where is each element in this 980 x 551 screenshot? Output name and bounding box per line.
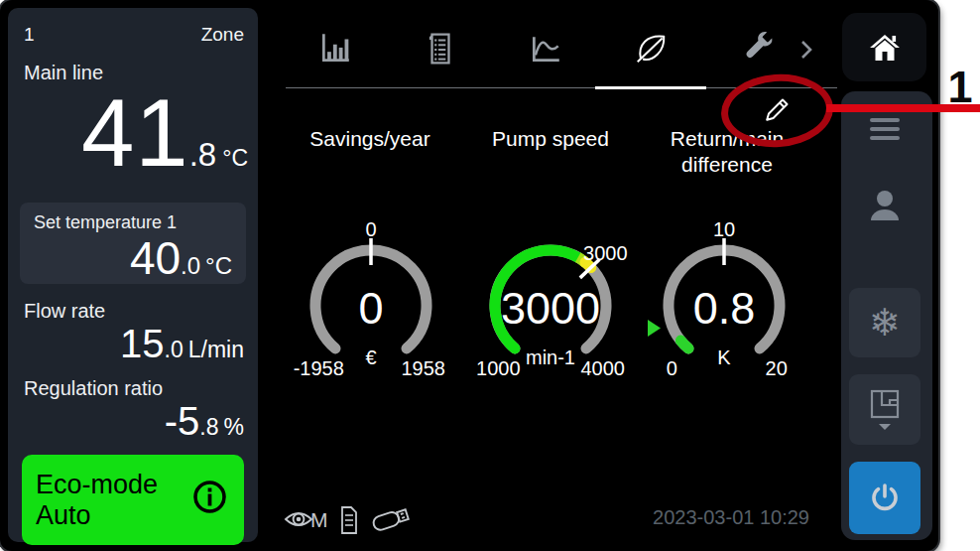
menu-icon-bar [870, 127, 900, 131]
info-icon[interactable] [191, 479, 228, 522]
svg-text:0: 0 [358, 283, 383, 334]
regulation-ratio-unit: % [224, 414, 244, 440]
active-tab-indicator [595, 86, 706, 89]
annotation-label: 1 [940, 62, 980, 113]
svg-text:3000: 3000 [501, 283, 600, 334]
user-button[interactable] [865, 187, 905, 226]
zone-layout-button[interactable] [849, 374, 920, 445]
chevron-down-icon [878, 423, 892, 431]
menu-icon-bar [870, 136, 900, 140]
tab-statistics[interactable] [317, 31, 353, 67]
svg-text:4000: 4000 [580, 357, 625, 379]
tab-report[interactable] [423, 31, 458, 67]
trend-chart-icon [528, 31, 563, 67]
svg-text:10: 10 [713, 218, 735, 240]
power-icon [868, 482, 902, 515]
set-temperature-card[interactable]: Set temperature 1 40.0°C [20, 203, 246, 284]
tabbar-divider [286, 87, 837, 88]
main-line-value-int: 41 [81, 79, 189, 186]
flow-rate-value: 15.0L/min [120, 324, 244, 363]
controller-screen: 1 Zone Main line 41.8°C Set temperature … [0, 0, 938, 551]
pencil-icon [759, 89, 796, 127]
main-line-value: 41.8°C [8, 85, 248, 181]
regulation-ratio-value: -5.8% [165, 401, 244, 441]
report-icon [423, 31, 458, 67]
user-icon [865, 187, 905, 226]
svg-text:3000: 3000 [583, 242, 628, 264]
sidebar: ❄ [841, 91, 932, 540]
menu-button[interactable] [870, 118, 900, 142]
snowflake-icon: ❄ [869, 301, 901, 344]
gauge-return-difference: 100200.8K [640, 218, 808, 392]
chevron-right-icon [797, 38, 815, 62]
zone-layout-icon [869, 388, 901, 420]
datetime: 2023-03-01 10:29 [635, 506, 809, 529]
tab-service[interactable] [741, 31, 777, 67]
svg-text:0: 0 [667, 357, 677, 379]
svg-text:€: € [365, 346, 376, 368]
home-button[interactable] [842, 13, 926, 81]
sd-card-icon [339, 505, 359, 539]
zone-type-label: Zone [201, 24, 244, 46]
menu-icon [870, 118, 900, 122]
gauge-savings: 0-195819580€ [287, 218, 455, 392]
flow-rate-value-int: 15 [120, 322, 165, 365]
svg-text:1000: 1000 [476, 357, 521, 379]
svg-text:min-1: min-1 [526, 346, 575, 368]
tab-trends[interactable] [528, 31, 563, 67]
zone-panel: 1 Zone Main line 41.8°C Set temperature … [8, 8, 258, 542]
zone-number: 1 [24, 24, 35, 46]
zone-header: 1 Zone [24, 24, 244, 46]
svg-text:20: 20 [766, 357, 788, 379]
set-temperature-value: 40.0°C [34, 235, 232, 281]
regulation-ratio-value-dec: .8 [199, 414, 218, 440]
set-temperature-value-int: 40 [130, 232, 181, 284]
svg-text:0: 0 [365, 218, 376, 240]
eco-mode-label: Eco-mode Auto [36, 470, 191, 531]
bar-chart-icon [317, 31, 353, 67]
wrench-icon [741, 31, 777, 67]
flow-rate-value-dec: .0 [165, 337, 184, 362]
edit-button[interactable] [759, 89, 796, 127]
regulation-ratio-value-int: -5 [165, 399, 200, 443]
home-icon [867, 33, 903, 63]
set-temperature-unit: °C [205, 252, 232, 279]
flow-rate-unit: L/min [188, 337, 244, 362]
gauge-title-return-difference: Return/main difference [653, 126, 801, 178]
set-temperature-label: Set temperature 1 [34, 212, 232, 233]
defrost-button[interactable]: ❄ [849, 288, 920, 357]
gauge-title-savings: Savings/year [288, 126, 452, 152]
main-line-value-dec: .8 [189, 136, 217, 173]
svg-text:K: K [717, 346, 731, 368]
tab-more-button[interactable] [797, 38, 815, 62]
monitoring-eye-icon [284, 508, 313, 534]
tab-eco[interactable] [633, 31, 669, 67]
eco-mode-button[interactable]: Eco-mode Auto [22, 455, 244, 545]
flow-rate-label: Flow rate [24, 300, 105, 323]
mode-indicator: M [310, 508, 328, 532]
page: 1 Zone Main line 41.8°C Set temperature … [0, 0, 980, 551]
regulation-ratio-label: Regulation ratio [24, 377, 163, 400]
gauge-title-pump-speed: Pump speed [464, 126, 637, 152]
svg-text:1958: 1958 [401, 357, 445, 379]
power-button[interactable] [849, 462, 920, 534]
svg-text:0.8: 0.8 [693, 283, 756, 334]
gauge-pump-speed: 3000100040003000min-1 [466, 218, 635, 392]
eco-leaf-icon [633, 31, 669, 67]
usb-drive-icon [369, 502, 415, 540]
set-temperature-value-dec: .0 [181, 252, 200, 279]
main-line-unit: °C [222, 145, 248, 171]
svg-text:-1958: -1958 [294, 357, 344, 379]
